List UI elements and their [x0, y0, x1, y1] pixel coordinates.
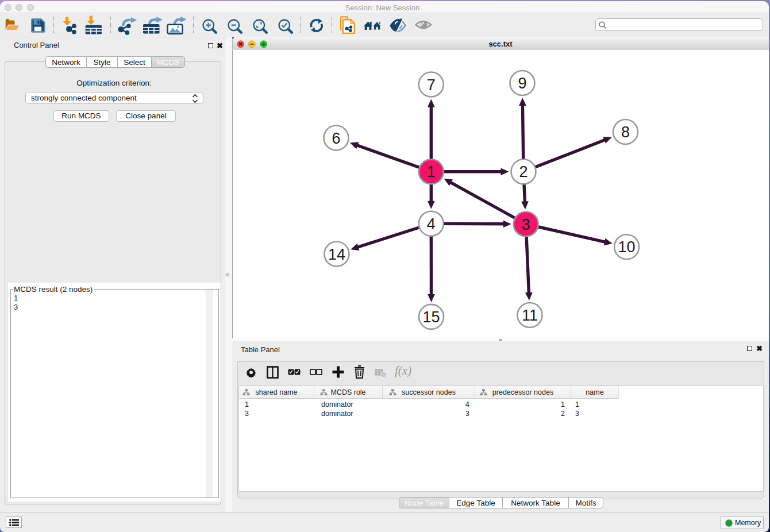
svg-text:6: 6	[332, 129, 340, 147]
svg-text:2: 2	[519, 163, 528, 180]
svg-text:14: 14	[328, 245, 345, 263]
svg-text:11: 11	[522, 307, 538, 324]
svg-text:10: 10	[618, 238, 636, 256]
svg-text:9: 9	[518, 75, 526, 92]
svg-text:7: 7	[427, 76, 436, 93]
svg-text:4: 4	[427, 215, 436, 232]
svg-text:3: 3	[522, 215, 530, 233]
svg-text:1: 1	[427, 163, 436, 180]
svg-text:15: 15	[422, 308, 440, 325]
svg-text:8: 8	[621, 124, 630, 141]
